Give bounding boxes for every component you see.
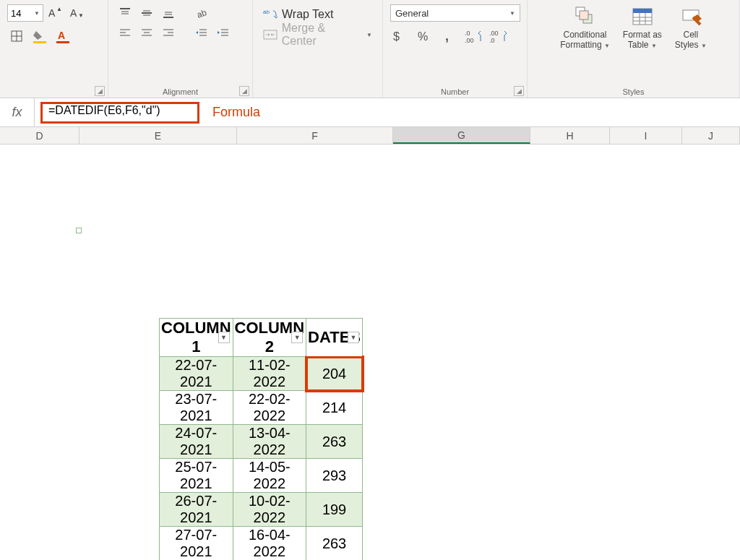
increase-indent-icon[interactable]	[214, 25, 233, 42]
fill-color-icon[interactable]	[30, 27, 49, 45]
table-row: 25-07-202114-05-2022293	[160, 459, 363, 493]
align-center-icon[interactable]	[137, 25, 156, 42]
table-cell[interactable]: 27-07-2021	[160, 527, 233, 561]
merge-center-button[interactable]: Merge & Center ▼	[260, 25, 375, 45]
svg-text:.00: .00	[465, 37, 474, 43]
comma-format-icon[interactable]: ,	[439, 27, 458, 45]
cell-styles-button[interactable]: Cell Styles ▼	[675, 4, 707, 51]
cell-styles-icon	[679, 4, 703, 29]
wrap-merge-group: ab Wrap Text Merge & Center ▼	[253, 0, 383, 98]
table-cell[interactable]: 11-02-2022	[233, 357, 306, 391]
svg-text:▼: ▼	[78, 12, 84, 19]
svg-text:A: A	[70, 7, 77, 19]
svg-rect-9	[56, 41, 69, 43]
table-cell[interactable]: 204	[306, 357, 363, 391]
font-size-value: 14	[11, 8, 21, 19]
svg-text:ab: ab	[195, 7, 208, 20]
table-cell[interactable]: 10-02-2022	[233, 493, 306, 527]
col-header-h[interactable]: H	[530, 127, 610, 144]
table-cell[interactable]: 199	[306, 493, 363, 527]
font-size-select[interactable]: 14 ▼	[7, 4, 43, 22]
column-headers: D E F G H I J	[0, 127, 740, 145]
data-table: COLUMN 1▼ COLUMN 2▼ DATES▼ 22-07-202111-…	[159, 318, 363, 560]
svg-rect-48	[633, 9, 652, 13]
decrease-indent-icon[interactable]	[192, 25, 211, 42]
col-header-e[interactable]: E	[79, 127, 237, 144]
table-cell[interactable]: 26-07-2021	[160, 493, 233, 527]
table-row: 23-07-202122-02-2022214	[160, 391, 363, 425]
chevron-down-icon: ▼	[34, 10, 40, 17]
align-bottom-icon[interactable]	[159, 4, 178, 22]
chevron-down-icon: ▼	[366, 32, 372, 38]
table-cell[interactable]: 25-07-2021	[160, 459, 233, 493]
col-header-f[interactable]: F	[237, 127, 393, 144]
number-format-select[interactable]: General ▼	[390, 4, 520, 22]
col-header-i[interactable]: I	[610, 127, 682, 144]
border-icon[interactable]	[7, 27, 26, 45]
chevron-down-icon: ▼	[604, 43, 610, 49]
accounting-format-icon[interactable]: $	[390, 27, 409, 45]
table-cell[interactable]: 13-04-2022	[233, 425, 306, 459]
table-resize-handle-icon[interactable]	[76, 228, 82, 233]
font-group-launcher-icon[interactable]: ◢	[95, 86, 105, 96]
number-group-launcher-icon[interactable]: ◢	[514, 86, 524, 96]
align-left-icon[interactable]	[116, 25, 134, 42]
conditional-formatting-label: Conditional Formatting	[560, 30, 606, 50]
filter-icon[interactable]: ▼	[348, 332, 359, 343]
orientation-icon[interactable]: ab	[192, 4, 211, 22]
col-header-g[interactable]: G	[393, 127, 530, 144]
filter-icon[interactable]: ▼	[291, 332, 303, 343]
table-cell[interactable]: 263	[306, 425, 363, 459]
align-middle-icon[interactable]	[137, 4, 156, 22]
align-right-icon[interactable]	[159, 25, 178, 42]
align-top-icon[interactable]	[116, 4, 134, 22]
table-header-row: COLUMN 1▼ COLUMN 2▼ DATES▼	[160, 319, 363, 357]
font-group: 14 ▼ A▲ A▼ A ◢	[0, 0, 108, 98]
font-color-icon[interactable]: A	[53, 27, 72, 45]
wrap-text-label: Wrap Text	[282, 8, 333, 21]
table-cell[interactable]: 14-05-2022	[233, 459, 306, 493]
increase-font-icon[interactable]: A▲	[46, 4, 65, 22]
filter-icon[interactable]: ▼	[218, 332, 230, 343]
svg-text:.0: .0	[465, 30, 470, 37]
table-cell[interactable]: 22-07-2021	[160, 357, 233, 391]
svg-rect-36	[264, 30, 277, 39]
table-cell[interactable]: 16-04-2022	[233, 527, 306, 561]
table-cell[interactable]: 263	[306, 527, 363, 561]
table-header-col1[interactable]: COLUMN 1▼	[160, 319, 233, 357]
conditional-formatting-button[interactable]: Conditional Formatting ▼	[560, 4, 610, 51]
table-cell[interactable]: 293	[306, 459, 363, 493]
svg-text:A: A	[58, 30, 65, 41]
increase-decimal-icon[interactable]: .0.00	[464, 27, 483, 45]
number-format-value: General	[395, 8, 429, 19]
formula-bar: fx =DATEDIF(E6,F6,"d") Formula	[0, 98, 740, 127]
table-cell[interactable]: 24-07-2021	[160, 425, 233, 459]
percent-format-icon[interactable]: %	[415, 27, 434, 45]
col-header-j[interactable]: J	[682, 127, 740, 144]
styles-group-label: Styles	[528, 87, 739, 96]
alignment-group-launcher-icon[interactable]: ◢	[239, 86, 249, 96]
number-group-label: Number	[383, 87, 527, 96]
styles-group: Conditional Formatting ▼ Format as Table…	[528, 0, 740, 98]
table-cell[interactable]: 22-02-2022	[233, 391, 306, 425]
number-group: General ▼ $ % , .0.00 .00.0 Number ◢	[383, 0, 528, 98]
chevron-down-icon: ▼	[651, 43, 657, 49]
ribbon: 14 ▼ A▲ A▼ A ◢	[0, 0, 740, 98]
svg-text:,: ,	[445, 29, 449, 43]
table-cell[interactable]: 214	[306, 391, 363, 425]
decrease-decimal-icon[interactable]: .00.0	[489, 27, 507, 45]
svg-text:.00: .00	[489, 30, 499, 37]
svg-text:ab: ab	[263, 9, 270, 15]
table-header-dates[interactable]: DATES▼	[306, 319, 363, 357]
formula-input[interactable]: =DATEDIF(E6,F6,"d")	[40, 102, 199, 124]
table-row: 26-07-202110-02-2022199	[160, 493, 363, 527]
table-cell[interactable]: 23-07-2021	[160, 391, 233, 425]
table-row: 24-07-202113-04-2022263	[160, 425, 363, 459]
worksheet-grid[interactable]: COLUMN 1▼ COLUMN 2▼ DATES▼ 22-07-202111-…	[0, 145, 740, 560]
decrease-font-icon[interactable]: A▼	[68, 4, 87, 22]
table-header-col2[interactable]: COLUMN 2▼	[233, 319, 306, 357]
col-header-d[interactable]: D	[0, 127, 79, 144]
format-as-table-button[interactable]: Format as Table ▼	[623, 4, 662, 51]
fx-icon[interactable]: fx	[0, 98, 35, 126]
cell-styles-label: Cell Styles	[675, 30, 699, 50]
